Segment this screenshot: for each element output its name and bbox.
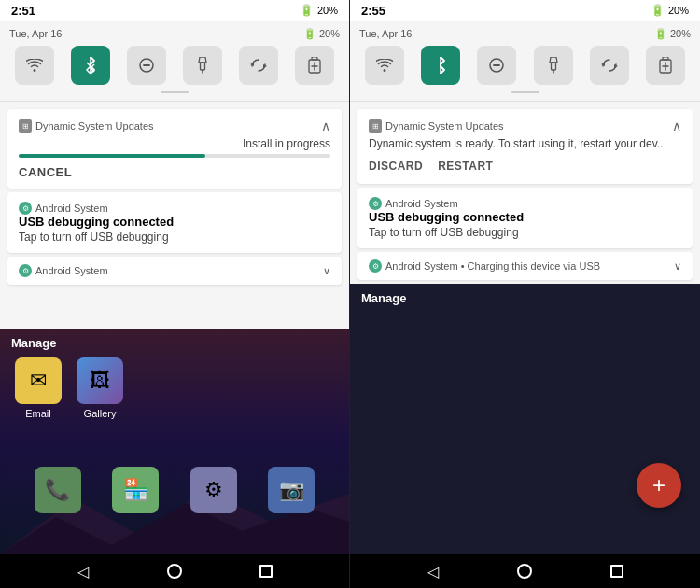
charging-notification: ⚙ Android System ∨ <box>7 257 342 285</box>
dsu-notif-header: ⊞ Dynamic System Updates ∧ <box>19 119 330 133</box>
dsu-ready-app-icon: ⊞ <box>369 119 382 133</box>
camera-dock-item[interactable]: 📷 <box>268 467 315 513</box>
right-time: 2:55 <box>361 4 385 18</box>
dsu-progress-notification: ⊞ Dynamic System Updates ∧ Install in pr… <box>7 109 342 189</box>
dnd-toggle[interactable] <box>127 46 166 85</box>
dsu-progress-bar <box>19 154 330 158</box>
right-charging-notification: ⚙ Android System • Charging this device … <box>357 252 693 280</box>
phone-dock-icon: 📞 <box>35 467 81 513</box>
dsu-ready-notification: ⊞ Dynamic System Updates ∧ Dynamic syste… <box>357 109 693 184</box>
camera-dock-icon: 📷 <box>268 467 315 513</box>
left-qs-icons <box>9 46 340 85</box>
settings-dock-icon: ⚙ <box>190 467 237 513</box>
left-manage-label: Manage <box>11 336 338 350</box>
left-app-grid: ✉ Email 🖼 Gallery <box>11 357 338 419</box>
left-status-right: 🔋 20% <box>300 4 338 17</box>
left-qs-divider <box>161 91 189 93</box>
left-battery-icon: 🔋 <box>300 4 314 17</box>
email-app-icon: ✉ <box>15 357 62 404</box>
email-app-label: Email <box>25 408 51 419</box>
right-recents-btn[interactable] <box>608 562 626 581</box>
dsu-discard-btn[interactable]: DISCARD <box>369 158 423 175</box>
dsu-ready-actions: DISCARD RESTART <box>369 158 681 175</box>
right-qs-date: Tue, Apr 16 🔋 20% <box>359 28 691 40</box>
dsu-ready-collapse-btn[interactable]: ∧ <box>672 119 681 133</box>
left-recents-btn[interactable] <box>257 562 275 581</box>
email-app-item[interactable]: ✉ Email <box>15 357 62 419</box>
right-usb-debug-notification: ⚙ Android System USB debugging connected… <box>357 188 693 248</box>
right-notifications: ⊞ Dynamic System Updates ∧ Dynamic syste… <box>350 102 700 284</box>
phone-dock-item[interactable]: 📞 <box>35 467 81 513</box>
right-wifi-toggle[interactable] <box>365 46 404 85</box>
autorotate-toggle[interactable] <box>239 46 278 85</box>
left-nav-bar: ◁ <box>0 554 349 588</box>
svg-rect-13 <box>551 63 555 70</box>
right-charging-text: ⚙ Android System • Charging this device … <box>369 259 681 273</box>
left-home-circle <box>167 564 182 579</box>
right-battery-icon: 🔋 <box>651 4 665 17</box>
right-phone-panel: 2:55 🔋 20% Tue, Apr 16 🔋 20% <box>350 0 700 588</box>
right-battery-saver-toggle[interactable] <box>646 46 685 85</box>
gallery-app-item[interactable]: 🖼 Gallery <box>77 357 123 419</box>
right-qs-icons <box>359 46 691 85</box>
left-notifications: ⊞ Dynamic System Updates ∧ Install in pr… <box>0 102 349 329</box>
right-home-btn[interactable] <box>515 562 534 581</box>
fab-button[interactable]: + <box>637 463 681 508</box>
dsu-status-text: Install in progress <box>19 137 330 150</box>
right-status-right: 🔋 20% <box>651 4 689 17</box>
left-home-btn[interactable] <box>165 562 184 581</box>
right-recents-square <box>610 565 623 578</box>
right-home-screen: Manage + <box>350 284 700 554</box>
settings-dock-item[interactable]: ⚙ <box>190 467 237 513</box>
charging-text: ⚙ Android System ∨ <box>19 264 330 277</box>
flashlight-toggle[interactable] <box>183 46 222 85</box>
dsu-cancel-btn[interactable]: CANCEL <box>19 165 330 179</box>
left-battery-pct: 20% <box>317 5 338 16</box>
gallery-app-label: Gallery <box>84 408 117 419</box>
right-autorotate-toggle[interactable] <box>590 46 629 85</box>
right-usb-app-icon: ⚙ <box>369 197 382 210</box>
right-dnd-toggle[interactable] <box>477 46 516 85</box>
left-qs-date: Tue, Apr 16 🔋 20% <box>9 28 340 40</box>
charging-app-icon: ⚙ <box>19 264 32 277</box>
right-manage-label: Manage <box>361 291 689 305</box>
left-home-screen: Manage ✉ Email 🖼 Gallery 📞 🏪 ⚙ <box>0 329 349 555</box>
dsu-ready-header: ⊞ Dynamic System Updates ∧ <box>369 119 681 133</box>
right-usb-text: Tap to turn off USB debugging <box>369 226 681 239</box>
right-charging-collapse[interactable]: ∨ <box>674 260 681 273</box>
right-back-btn[interactable]: ◁ <box>424 562 442 581</box>
left-dock: 📞 🏪 ⚙ 📷 <box>0 459 349 521</box>
gallery-app-icon: 🖼 <box>77 357 123 404</box>
right-flashlight-toggle[interactable] <box>534 46 573 85</box>
right-battery-pct: 20% <box>668 5 689 16</box>
store-dock-icon: 🏪 <box>112 467 159 513</box>
usb-notif-text: Tap to turn off USB debugging <box>19 231 330 244</box>
right-status-bar: 2:55 🔋 20% <box>350 0 700 21</box>
dsu-progress-fill <box>19 154 205 158</box>
battery-saver-toggle[interactable] <box>295 46 334 85</box>
left-status-bar: 2:51 🔋 20% <box>0 0 349 21</box>
dsu-collapse-btn[interactable]: ∧ <box>321 119 330 133</box>
left-phone-panel: 2:51 🔋 20% Tue, Apr 16 🔋 20% <box>0 0 350 588</box>
bluetooth-toggle[interactable] <box>71 46 110 85</box>
usb-notif-title: USB debugging connected <box>19 215 330 229</box>
wifi-toggle[interactable] <box>15 46 54 85</box>
dsu-app-icon: ⊞ <box>19 119 32 133</box>
usb-app-icon: ⚙ <box>19 202 32 215</box>
dsu-restart-btn[interactable]: RESTART <box>438 158 493 175</box>
dsu-ready-app-name: ⊞ Dynamic System Updates <box>369 119 504 133</box>
usb-app-name: ⚙ Android System <box>19 202 330 215</box>
charging-collapse[interactable]: ∨ <box>323 265 330 277</box>
store-dock-item[interactable]: 🏪 <box>112 467 159 513</box>
left-quick-settings: Tue, Apr 16 🔋 20% <box>0 21 349 102</box>
right-home-circle <box>517 564 532 579</box>
left-manage-section: Manage ✉ Email 🖼 Gallery <box>0 329 349 423</box>
left-back-btn[interactable]: ◁ <box>74 562 92 581</box>
right-bluetooth-toggle[interactable] <box>421 46 460 85</box>
usb-debug-notification: ⚙ Android System USB debugging connected… <box>7 192 342 253</box>
left-qs-battery: 🔋 20% <box>303 28 340 40</box>
right-usb-title: USB debugging connected <box>369 210 681 224</box>
svg-rect-18 <box>663 57 668 60</box>
dsu-app-name: ⊞ Dynamic System Updates <box>19 119 154 133</box>
left-time: 2:51 <box>11 4 35 18</box>
